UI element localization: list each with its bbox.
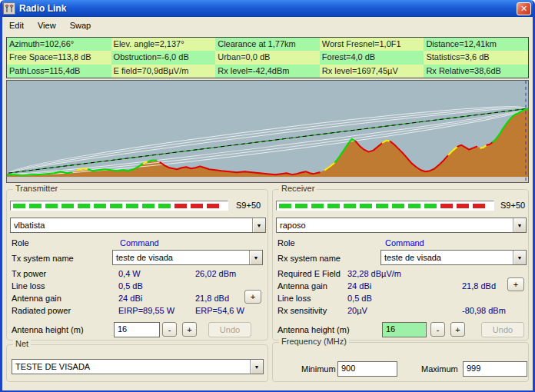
- tx-signal-level-label: S9+50: [236, 201, 261, 210]
- frequency-group: Frequency (MHz) Minimum 900 Maximum 999: [272, 342, 529, 382]
- rx-role-value: Command: [385, 238, 424, 247]
- transmitter-group: Transmitter S9+50 vlbatista ▼ Role Comma…: [6, 189, 268, 341]
- receiver-group-label: Receiver: [279, 184, 317, 193]
- dropdown-arrow-icon[interactable]: ▼: [513, 251, 526, 264]
- tx-height-minus-button[interactable]: -: [162, 322, 177, 337]
- tx-eirp-value: EIRP=89,55 W: [118, 306, 174, 315]
- terrain-profile-chart[interactable]: [6, 80, 529, 183]
- profile-chart-svg: [7, 81, 528, 182]
- rx-line-loss-value: 0,5 dB: [347, 294, 372, 303]
- tx-power-watts: 0,4 W: [118, 269, 141, 278]
- rx-height-minus-button[interactable]: -: [430, 322, 445, 337]
- tx-antenna-gain-label: Antenna gain: [12, 294, 61, 303]
- rx-antenna-gain-dbi: 24 dBi: [347, 281, 371, 291]
- tx-antenna-gain-dbd: 21,8 dBd: [195, 294, 229, 303]
- net-group-label: Net: [13, 339, 31, 348]
- tx-power-label: Tx power: [12, 269, 46, 278]
- dropdown-arrow-icon[interactable]: ▼: [250, 360, 263, 374]
- rx-sensitivity-uv: 20µV: [347, 306, 367, 315]
- info-forest: Forest=4,0 dB: [320, 51, 424, 64]
- dropdown-arrow-icon[interactable]: ▼: [249, 251, 262, 264]
- window-title: Radio Link: [19, 3, 66, 14]
- title-bar[interactable]: Radio Link ✕: [0, 0, 535, 17]
- info-rx-level-uv: Rx level=1697,45µV: [320, 65, 424, 78]
- rx-role-label: Role: [277, 238, 295, 247]
- tx-radiated-power-label: Radiated power: [12, 306, 71, 315]
- rx-signal-level-label: S9+50: [500, 201, 525, 210]
- info-azimuth: Azimuth=102,66°: [7, 38, 111, 51]
- tx-antenna-height-label: Antenna height (m): [12, 325, 84, 334]
- info-obstruction: Obstruction=-6,0 dB: [111, 51, 216, 64]
- tx-height-plus-button[interactable]: +: [182, 322, 197, 337]
- tx-antenna-height-input[interactable]: 16: [114, 322, 160, 337]
- rx-unit-select[interactable]: raposo ▼: [276, 218, 527, 233]
- menu-swap[interactable]: Swap: [63, 18, 98, 32]
- rx-required-e-field-value: 32,28 dBµV/m: [347, 269, 401, 278]
- frequency-minimum-input[interactable]: 900: [337, 361, 397, 377]
- rx-undo-button[interactable]: Undo: [481, 322, 524, 337]
- tx-line-loss-value: 0,5 dB: [118, 281, 143, 291]
- rx-required-e-field-label: Required E Field: [277, 269, 341, 278]
- info-free-space: Free Space=113,8 dB: [7, 51, 111, 64]
- rx-system-select[interactable]: teste de visada ▼: [380, 250, 527, 265]
- rx-sensitivity-label: Rx sensitivity: [277, 306, 327, 315]
- transmitter-group-label: Transmitter: [13, 184, 60, 193]
- info-statistics: Statistics=3,6 dB: [424, 51, 528, 64]
- info-pathloss: PathLoss=115,4dB: [7, 65, 111, 78]
- info-rx-relative: Rx Relative=38,6dB: [424, 65, 528, 78]
- info-distance: Distance=12,41km: [424, 38, 528, 51]
- signal-meter: [276, 201, 494, 211]
- signal-meter: [10, 201, 228, 211]
- rx-line-loss-label: Line loss: [277, 294, 311, 303]
- net-group: Net TESTE DE VISADA ▼: [6, 344, 268, 382]
- tx-system-name-label: Tx system name: [12, 254, 74, 263]
- rx-antenna-gain-dbd: 21,8 dBd: [462, 281, 496, 291]
- receiver-group: Receiver S9+50 raposo ▼ Role Command Rx …: [272, 189, 529, 341]
- tx-unit-select[interactable]: vlbatista ▼: [10, 218, 266, 233]
- tx-undo-button[interactable]: Undo: [208, 322, 251, 337]
- tx-role-label: Role: [12, 238, 29, 247]
- dropdown-arrow-icon[interactable]: ▼: [513, 218, 526, 232]
- frequency-group-label: Frequency (MHz): [279, 337, 349, 346]
- rx-sensitivity-dbm: -80,98 dBm: [462, 306, 506, 315]
- menu-view[interactable]: View: [31, 18, 63, 32]
- menu-bar: Edit View Swap: [2, 17, 533, 34]
- rx-antenna-gain-label: Antenna gain: [277, 281, 327, 291]
- info-urban: Urban=0,0 dB: [215, 51, 320, 64]
- tx-role-value: Command: [120, 238, 159, 247]
- info-e-field: E field=70,9dBµV/m: [111, 65, 216, 78]
- tx-erp-value: ERP=54,6 W: [195, 306, 244, 315]
- menu-edit[interactable]: Edit: [2, 18, 31, 32]
- rx-antenna-gain-plus-button[interactable]: +: [507, 277, 524, 291]
- frequency-maximum-label: Maximum: [421, 364, 458, 374]
- link-info-panel: Azimuth=102,66° Elev. angle=2,137° Clear…: [6, 37, 529, 78]
- info-rx-level-dbm: Rx level=-42,4dBm: [215, 65, 320, 78]
- tx-antenna-gain-plus-button[interactable]: +: [244, 290, 261, 304]
- rx-height-plus-button[interactable]: +: [450, 322, 465, 337]
- tx-antenna-gain-dbi: 24 dBi: [118, 294, 142, 303]
- radio-link-window: Radio Link ✕ Edit View Swap Azimuth=102,…: [0, 0, 535, 392]
- dropdown-arrow-icon[interactable]: ▼: [252, 218, 265, 232]
- tx-power-dbm: 26,02 dBm: [195, 269, 236, 278]
- net-select[interactable]: TESTE DE VISADA ▼: [12, 359, 264, 374]
- info-worst-fresnel: Worst Fresnel=1,0F1: [320, 38, 424, 51]
- rx-antenna-height-label: Antenna height (m): [277, 325, 350, 334]
- close-button[interactable]: ✕: [517, 2, 531, 15]
- info-clearance: Clearance at 1,77km: [215, 38, 320, 51]
- frequency-maximum-input[interactable]: 999: [463, 361, 527, 377]
- tx-line-loss-label: Line loss: [12, 281, 45, 291]
- info-elev-angle: Elev. angle=2,137°: [111, 38, 216, 51]
- frequency-minimum-label: Minimum: [301, 364, 336, 374]
- rx-antenna-height-input[interactable]: 16: [382, 322, 427, 337]
- app-antenna-icon: [3, 2, 15, 15]
- tx-system-select[interactable]: teste de visada ▼: [112, 250, 263, 265]
- rx-system-name-label: Rx system name: [277, 254, 341, 263]
